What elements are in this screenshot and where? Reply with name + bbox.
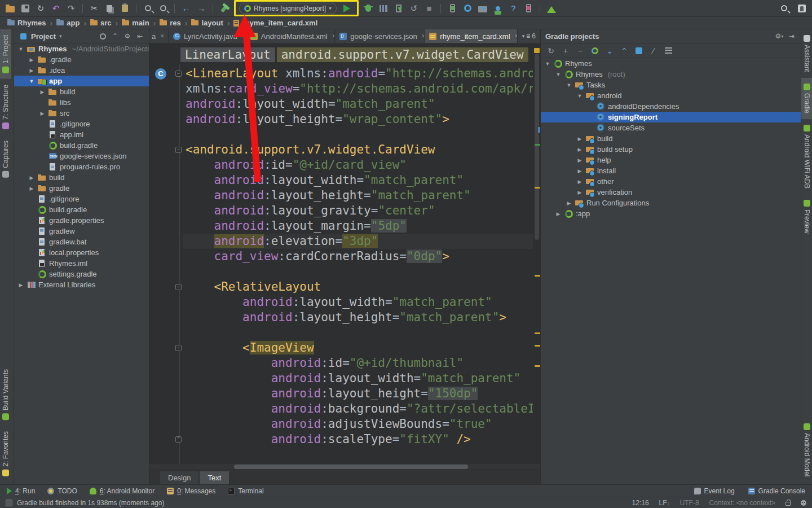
tool-strip-button-assistant[interactable]: Assistant [801,29,812,78]
hide-panel-icon[interactable]: ⇥ [787,32,796,41]
stripe-mark[interactable] [535,345,540,347]
tree-arrow-icon[interactable]: ▶ [576,179,583,185]
expand-all-icon[interactable]: ⌄ [605,46,614,55]
attach-debugger-icon[interactable] [392,2,405,15]
project-item-gradle[interactable]: ▶gradle [14,183,149,194]
stripe-mark[interactable] [534,48,540,53]
tree-arrow-icon[interactable]: ▼ [28,78,35,84]
error-stripe[interactable] [533,43,540,470]
toolwindow-button-event-log[interactable]: Event Log [694,487,735,495]
gradle-item-android[interactable]: ▼android [541,90,801,101]
refresh-gradle-icon[interactable]: ↻ [546,46,555,55]
profile-icon[interactable] [377,2,390,15]
tree-arrow-icon[interactable]: ▼ [555,72,562,77]
tree-arrow-icon[interactable]: ▼ [566,82,572,88]
tree-arrow-icon[interactable]: ▶ [28,186,35,191]
editor-body[interactable]: LinearLayout android.support.v7.widget.C… [149,43,540,470]
tool-strip-button-2-favorites[interactable]: 2: Favorites [0,426,11,482]
tool-strip-button-build-variants[interactable]: Build Variants [0,364,11,426]
horizontal-scrollbar-thumb[interactable] [234,465,468,469]
breadcrumb-item-layout[interactable]: layout [189,19,224,27]
fold-collapse-icon[interactable]: − [175,345,182,351]
gradle-item-signingreport[interactable]: signingReport [541,112,801,122]
breadcrumb-item-res[interactable]: res [158,19,183,27]
file-encoding[interactable]: UTF-8 [680,499,699,507]
project-item-google-services-json[interactable]: google-services.json [14,151,149,161]
tree-arrow-icon[interactable]: ▶ [28,57,35,63]
toolwindow-button-todo[interactable]: TODO [47,487,77,495]
debug-icon[interactable] [361,2,375,15]
tree-arrow-icon[interactable]: ▶ [28,175,35,181]
sync-gradle-icon[interactable] [590,46,599,55]
undo-icon[interactable]: ↶ [49,2,63,15]
gradle-item-androiddependencies[interactable]: androidDependencies [541,101,801,112]
redo-icon[interactable]: ↷ [64,2,78,15]
attach-project-icon[interactable]: + [561,46,570,55]
breadcrumb-item-main[interactable]: main [120,19,151,27]
fold-collapse-icon[interactable]: − [175,284,182,290]
project-item-idea[interactable]: ▶.idea [14,65,149,76]
collapse-all-icon[interactable]: ⌃ [620,46,629,55]
tab-google-services-json[interactable]: google-services.json× [335,29,425,43]
tree-arrow-icon[interactable]: ▶ [39,89,46,95]
gradle-item-build-setup[interactable]: ▶build setup [541,144,801,155]
project-item-settings-gradle[interactable]: settings.gradle [14,269,149,279]
gradle-item-rhymes[interactable]: ▼Rhymes(root) [541,69,801,80]
gradle-item-run-configurations[interactable]: ▶Run Configurations [541,198,801,208]
project-item-gitignore[interactable]: .gitignore [14,119,149,129]
tab-overflow-dropdown[interactable]: ▾≡6 [518,29,540,43]
project-item-build[interactable]: ▶build [14,172,149,183]
sync-project-gradle-icon[interactable] [461,2,474,15]
tab-lyricactivity-java[interactable]: LyricActivity.java× [169,29,246,43]
project-item-rhymes-iml[interactable]: Rhymes.iml [14,258,149,269]
tree-arrow-icon[interactable]: ▶ [576,147,583,152]
gradle-item-sourcesets[interactable]: sourceSets [541,122,801,133]
tab-a[interactable]: a× [149,29,169,43]
tree-arrow-icon[interactable]: ▶ [576,190,583,195]
tree-arrow-icon[interactable]: ▶ [576,157,583,163]
copy-icon[interactable] [103,2,116,15]
project-item-build[interactable]: ▶build [14,86,149,97]
cut-icon[interactable]: ✂ [87,2,101,15]
tree-arrow-icon[interactable]: ▼ [544,61,551,67]
stop-icon[interactable]: ■ [422,2,436,15]
project-item-build-gradle[interactable]: build.gradle [14,140,149,151]
tree-arrow-icon[interactable]: ▶ [39,111,46,116]
project-item-gradlew[interactable]: gradlew [14,226,149,237]
toolwindow-button-gradle-console[interactable]: Gradle Console [748,487,805,495]
project-item-rhymes[interactable]: ▼Rhymes~/AndroidStudioProjects/Rhymes [14,43,149,54]
back-icon[interactable]: ← [179,2,193,15]
tree-arrow-icon[interactable]: ▶ [576,136,583,142]
toolwindow-button-terminal[interactable]: Terminal [228,487,263,495]
stripe-mark[interactable] [535,187,540,189]
project-item-build-gradle[interactable]: build.gradle [14,204,149,215]
locate-file-icon[interactable] [98,32,107,41]
detach-project-icon[interactable]: − [576,46,585,55]
make-project-icon[interactable] [218,2,231,15]
tool-strip-button-android-wifi-adb[interactable]: Android WiFi ADB [801,119,812,194]
caret-position[interactable]: 12:16 [632,499,649,507]
context-indicator[interactable]: Context: <no context> [709,499,775,507]
tool-strip-button-captures[interactable]: Captures [0,135,11,183]
tab-androidmanifest-xml[interactable]: AndroidManifest.xml× [246,29,335,43]
fold-collapse-icon[interactable]: − [175,71,182,77]
save-all-icon[interactable] [19,2,32,15]
breadcrumb-item-src[interactable]: src [89,19,113,27]
project-item-gradle[interactable]: ▶.gradle [14,54,149,65]
gradle-item-help[interactable]: ▶help [541,155,801,165]
toolwindow-button-run[interactable]: 4: Run [7,487,35,495]
hide-panel-icon[interactable]: ⇤ [135,32,144,41]
toolwindow-toggle-icon[interactable] [6,500,12,506]
close-icon[interactable]: × [160,32,164,40]
project-item-gitignore[interactable]: .gitignore [14,194,149,204]
project-item-libs[interactable]: libs [14,97,149,108]
project-item-app-iml[interactable]: app.iml [14,129,149,140]
collapse-all-icon[interactable]: ⌃ [111,32,120,41]
gradle-item-install[interactable]: ▶install [541,165,801,176]
help-icon[interactable]: ? [506,2,520,15]
gear-icon[interactable]: ⚙ [123,32,132,41]
run-button[interactable] [340,2,354,15]
stripe-mark[interactable] [535,332,540,334]
tool-strip-button-1-project[interactable]: 1: Project [0,29,11,79]
find-icon[interactable] [141,2,155,15]
